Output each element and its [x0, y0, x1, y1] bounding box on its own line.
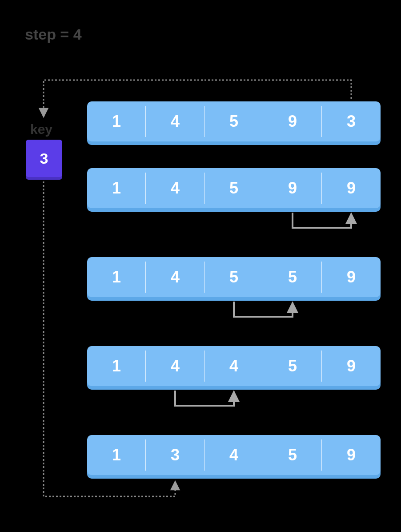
shift-arrow-3	[175, 391, 234, 406]
cell: 1	[87, 435, 146, 475]
array-row-3: 1 4 5 5 9	[87, 257, 381, 297]
cell: 9	[322, 346, 381, 386]
cell: 3	[322, 101, 381, 141]
key-label: key	[30, 122, 52, 137]
cell: 4	[146, 346, 205, 386]
cell: 4	[205, 435, 263, 475]
key-box: 3	[26, 140, 62, 177]
cell: 1	[87, 101, 146, 141]
cell: 5	[263, 435, 322, 475]
array-row-5: 1 3 4 5 9	[87, 435, 381, 475]
array-row-2: 1 4 5 9 9	[87, 168, 381, 208]
cell: 4	[146, 257, 205, 297]
cell: 9	[322, 168, 381, 208]
cell: 9	[263, 101, 322, 141]
array-row-4: 1 4 4 5 9	[87, 346, 381, 386]
cell: 9	[263, 168, 322, 208]
cell: 3	[146, 435, 205, 475]
cell: 1	[87, 257, 146, 297]
cell: 9	[322, 257, 381, 297]
cell: 4	[146, 168, 205, 208]
cell: 9	[322, 435, 381, 475]
cell: 5	[205, 168, 263, 208]
cell: 1	[87, 346, 146, 386]
cell: 5	[263, 346, 322, 386]
shift-arrow-2	[234, 302, 293, 317]
divider	[25, 66, 376, 66]
cell: 5	[205, 257, 263, 297]
array-row-1: 1 4 5 9 3	[87, 101, 381, 141]
shift-arrow-1	[293, 213, 351, 228]
cell: 5	[205, 101, 263, 141]
cell: 4	[205, 346, 263, 386]
cell: 1	[87, 168, 146, 208]
cell: 4	[146, 101, 205, 141]
cell: 5	[263, 257, 322, 297]
step-label: step = 4	[25, 26, 82, 43]
